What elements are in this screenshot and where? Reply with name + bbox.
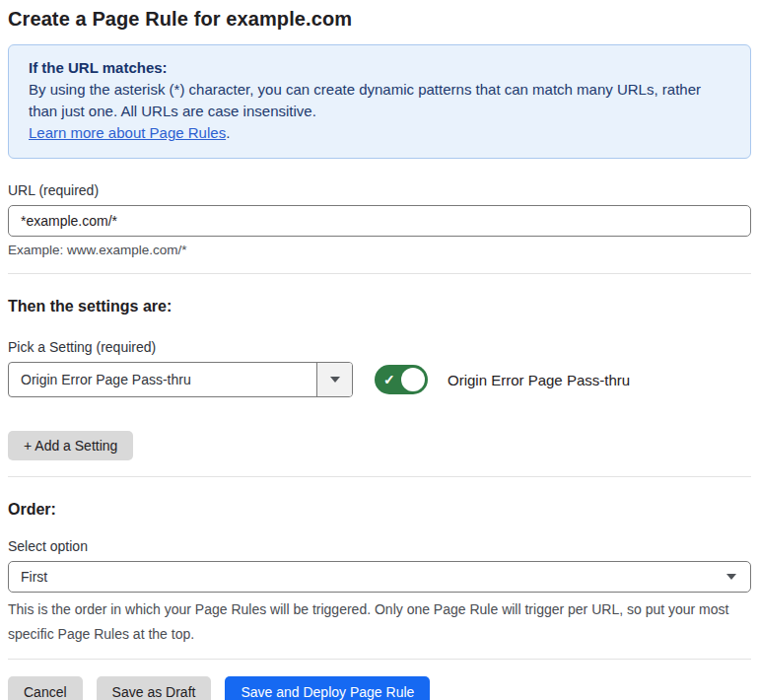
divider xyxy=(8,476,751,477)
footer-actions: Cancel Save as Draft Save and Deploy Pag… xyxy=(8,676,751,700)
add-setting-button[interactable]: + Add a Setting xyxy=(8,431,133,460)
setting-picker-row: Origin Error Page Pass-thru ✓ Origin Err… xyxy=(8,362,751,397)
order-select[interactable]: First xyxy=(8,561,751,593)
check-icon: ✓ xyxy=(383,373,395,386)
url-helper-text: Example: www.example.com/* xyxy=(8,243,751,257)
cancel-button[interactable]: Cancel xyxy=(8,676,83,700)
settings-section-heading: Then the settings are: xyxy=(8,298,751,315)
divider xyxy=(8,659,751,660)
info-box-body: By using the asterisk (*) character, you… xyxy=(29,79,730,122)
save-as-draft-button[interactable]: Save as Draft xyxy=(97,676,212,700)
page-title: Create a Page Rule for example.com xyxy=(8,8,751,31)
setting-select[interactable]: Origin Error Page Pass-thru xyxy=(8,362,353,397)
order-section-heading: Order: xyxy=(8,501,751,519)
save-and-deploy-button[interactable]: Save and Deploy Page Rule xyxy=(225,676,430,700)
setting-select-arrow-segment xyxy=(316,363,352,396)
pick-setting-label: Pick a Setting (required) xyxy=(8,339,751,355)
dropdown-arrow-icon xyxy=(330,377,340,383)
order-select-label: Select option xyxy=(8,538,751,554)
setting-select-value: Origin Error Page Pass-thru xyxy=(9,363,316,396)
setting-toggle-label: Origin Error Page Pass-thru xyxy=(448,372,630,388)
url-match-info-box: If the URL matches: By using the asteris… xyxy=(8,44,751,159)
info-box-heading: If the URL matches: xyxy=(29,57,730,79)
order-helper-text: This is the order in which your Page Rul… xyxy=(8,597,745,647)
chevron-down-icon xyxy=(726,574,736,580)
divider xyxy=(8,273,751,274)
learn-more-link[interactable]: Learn more about Page Rules xyxy=(29,124,226,141)
toggle-knob xyxy=(401,368,425,391)
info-box-link-line: Learn more about Page Rules. xyxy=(29,122,730,144)
setting-toggle[interactable]: ✓ xyxy=(375,365,428,394)
url-input[interactable] xyxy=(8,205,751,237)
link-suffix: . xyxy=(226,124,230,141)
order-select-value: First xyxy=(21,569,47,585)
url-field-label: URL (required) xyxy=(8,182,751,198)
